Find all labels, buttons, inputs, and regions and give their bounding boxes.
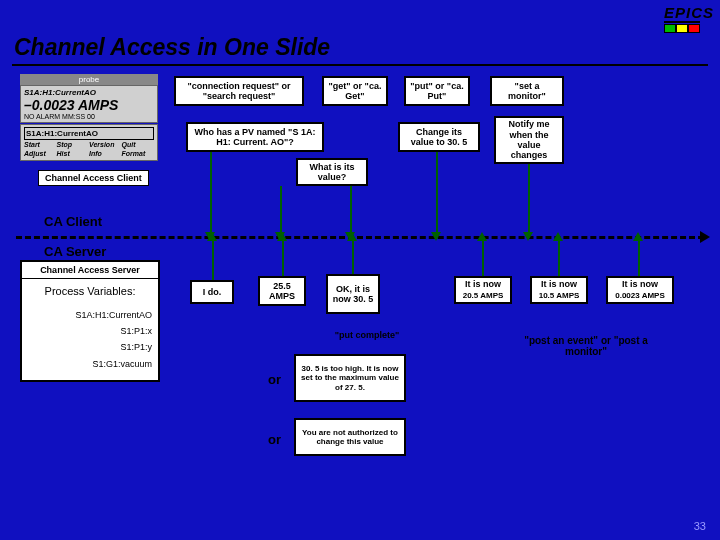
arrow-line — [280, 186, 282, 234]
arrow-up-icon — [277, 232, 287, 241]
callout-get: "get" or "ca. Get" — [322, 76, 388, 106]
widget-buttons: Start Stop Version Quit Adjust Hist Info… — [24, 140, 154, 158]
arrow-line — [558, 240, 560, 276]
pv-item: S1:P1:x — [28, 323, 152, 339]
arrow-up-icon — [553, 232, 563, 241]
client-caption: Channel Access Client — [38, 170, 149, 186]
arrow-line — [352, 240, 354, 274]
channel-access-client-widget: probe S1A:H1:CurrentAO –0.0023 AMPS NO A… — [20, 74, 158, 161]
arrow-line — [482, 240, 484, 276]
page-title: Channel Access in One Slide — [14, 34, 330, 61]
server-caption: Channel Access Server — [22, 262, 158, 279]
page-number: 33 — [694, 520, 706, 532]
widget-pv2: S1A:H1:CurrentAO — [24, 127, 154, 140]
arrow-line — [436, 152, 438, 234]
callout-i-do: I do. — [190, 280, 234, 304]
arrow-up-icon — [347, 232, 357, 241]
arrow-up-icon — [207, 232, 217, 241]
btn-format[interactable]: Format — [122, 149, 155, 158]
callout-amps: 25.5 AMPS — [258, 276, 306, 306]
callout-what-value: What is its value? — [296, 158, 368, 186]
btn-stop[interactable]: Stop — [57, 140, 90, 149]
callout-now2v: 10.5 AMPS — [530, 290, 588, 304]
callout-too-high: 30. 5 is too high. It is now set to the … — [294, 354, 406, 402]
callout-not-authorized: You are not authorized to change this va… — [294, 418, 406, 456]
arrow-up-icon — [477, 232, 487, 241]
channel-access-server-box: Channel Access Server Process Variables:… — [20, 260, 160, 382]
widget-alarm: NO ALARM MM:SS 00 — [24, 113, 154, 120]
label-post-event: "post an event" or "post a monitor" — [516, 326, 656, 366]
callout-now3: It is now — [606, 276, 674, 290]
logo-text: EPICS — [664, 4, 714, 21]
label-or2: or — [268, 432, 281, 447]
btn-adjust[interactable]: Adjust — [24, 149, 57, 158]
arrow-up-icon — [633, 232, 643, 241]
arrow-line — [210, 152, 212, 234]
label-put-complete: "put complete" — [316, 326, 418, 344]
btn-quit[interactable]: Quit — [122, 140, 155, 149]
arrow-line — [528, 164, 530, 234]
pv-item: S1A:H1:CurrentAO — [28, 307, 152, 323]
callout-who-has-pv: Who has a PV named "S 1A: H1: Current. A… — [186, 122, 324, 152]
callout-now2: It is now — [530, 276, 588, 290]
widget-pv1: S1A:H1:CurrentAO — [24, 88, 154, 97]
btn-version[interactable]: Version — [89, 140, 122, 149]
callout-ok: OK, it is now 30. 5 — [326, 274, 380, 314]
callout-now1: It is now — [454, 276, 512, 290]
arrow-down-icon — [431, 232, 441, 241]
client-server-boundary — [16, 236, 704, 239]
label-or1: or — [268, 372, 281, 387]
widget-value: –0.0023 AMPS — [24, 97, 154, 113]
callout-set-monitor: "set a monitor" — [490, 76, 564, 106]
arrow-line — [212, 240, 214, 280]
zone-ca-server: CA Server — [44, 244, 106, 259]
widget-titlebar: probe — [20, 74, 158, 85]
pv-item: S1:P1:y — [28, 339, 152, 355]
epics-logo: EPICS — [664, 4, 714, 30]
title-rule — [12, 64, 708, 66]
callout-connection-request: "connection request" or "search request" — [174, 76, 304, 106]
boundary-arrow-icon — [700, 231, 710, 243]
zone-ca-client: CA Client — [44, 214, 102, 229]
process-variables-label: Process Variables: — [22, 279, 158, 303]
arrow-line — [350, 186, 352, 234]
arrow-line — [638, 240, 640, 276]
arrow-line — [282, 240, 284, 276]
btn-start[interactable]: Start — [24, 140, 57, 149]
callout-now3v: 0.0023 AMPS — [606, 290, 674, 304]
callout-change-value: Change its value to 30. 5 — [398, 122, 480, 152]
callout-notify: Notify me when the value changes — [494, 116, 564, 164]
arrow-down-icon — [523, 232, 533, 241]
callout-put: "put" or "ca. Put" — [404, 76, 470, 106]
btn-info[interactable]: Info — [89, 149, 122, 158]
callout-now1v: 20.5 AMPS — [454, 290, 512, 304]
pv-item: S1:G1:vacuum — [28, 356, 152, 372]
btn-hist[interactable]: Hist — [57, 149, 90, 158]
